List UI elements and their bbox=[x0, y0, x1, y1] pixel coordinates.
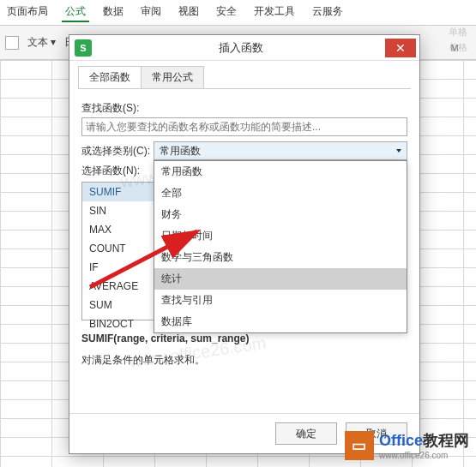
dialog-tabs: 全部函数 常用公式 bbox=[78, 66, 411, 89]
dropdown-item-lookup[interactable]: 查找与引用 bbox=[154, 290, 407, 311]
tab-all-functions[interactable]: 全部函数 bbox=[78, 66, 142, 88]
logo-text-2: 教程网 bbox=[423, 432, 469, 449]
dialog-titlebar[interactable]: S 插入函数 ✕ bbox=[69, 35, 419, 61]
ribbon-tab-cloud[interactable]: 云服务 bbox=[309, 3, 346, 22]
ok-button[interactable]: 确定 bbox=[275, 422, 337, 445]
dialog-title: 插入函数 bbox=[97, 40, 385, 56]
category-dropdown: 常用函数 全部 财务 日期与时间 数学与三角函数 统计 查找与引用 数据库 bbox=[154, 160, 407, 333]
category-combobox[interactable]: 常用函数 常用函数 全部 财务 日期与时间 数学与三角函数 统计 查找与引用 数… bbox=[154, 141, 407, 160]
function-signature: SUMIF(range, criteria, sum_range) bbox=[81, 332, 407, 344]
column-header-m[interactable]: M bbox=[429, 43, 476, 53]
ribbon-tab-formula[interactable]: 公式 bbox=[62, 3, 89, 22]
insert-function-dialog: S 插入函数 ✕ 全部函数 常用公式 查找函数(S): 或选择类别(C): 常用… bbox=[69, 34, 420, 454]
logo-badge-icon: ▭ bbox=[345, 431, 374, 460]
dropdown-item-statistics[interactable]: 统计 bbox=[154, 268, 407, 290]
category-selected-value: 常用函数 bbox=[160, 144, 201, 159]
search-label: 查找函数(S): bbox=[81, 101, 407, 116]
dropdown-item-common[interactable]: 常用函数 bbox=[154, 161, 407, 183]
toolbar-icon-1[interactable] bbox=[5, 36, 19, 50]
ribbon-tab-layout[interactable]: 页面布局 bbox=[3, 3, 51, 22]
ribbon-tab-data[interactable]: 数据 bbox=[99, 3, 127, 22]
toolbar-text-label: 文本 ▾ bbox=[27, 35, 56, 50]
bg-label-1: 单格 bbox=[449, 26, 467, 39]
logo-text-1: Office bbox=[379, 432, 423, 449]
app-icon: S bbox=[75, 39, 92, 57]
ribbon-tab-review[interactable]: 审阅 bbox=[137, 3, 165, 22]
dropdown-item-math[interactable]: 数学与三角函数 bbox=[154, 247, 407, 268]
tab-common-formulas[interactable]: 常用公式 bbox=[141, 66, 204, 88]
ribbon-tab-devtools[interactable]: 开发工具 bbox=[250, 3, 298, 22]
function-summary: 对满足条件的单元格求和。 bbox=[81, 353, 407, 368]
logo-subtitle: www.office26.com bbox=[379, 451, 469, 460]
ribbon-tab-view[interactable]: 视图 bbox=[175, 3, 202, 22]
close-button[interactable]: ✕ bbox=[385, 39, 416, 57]
ribbon-tab-security[interactable]: 安全 bbox=[213, 3, 240, 22]
ribbon-tabs: 页面布局 公式 数据 审阅 视图 安全 开发工具 云服务 bbox=[0, 0, 476, 26]
close-icon: ✕ bbox=[395, 41, 406, 55]
function-description: SUMIF(range, criteria, sum_range) 对满足条件的… bbox=[81, 332, 407, 368]
dropdown-item-finance[interactable]: 财务 bbox=[154, 204, 407, 225]
dropdown-item-all[interactable]: 全部 bbox=[154, 183, 407, 204]
category-label: 或选择类别(C): bbox=[81, 144, 150, 159]
toolbar-text-dropdown[interactable]: 文本 ▾ bbox=[27, 35, 56, 50]
dropdown-item-database[interactable]: 数据库 bbox=[154, 311, 407, 332]
dialog-body: 查找函数(S): 或选择类别(C): 常用函数 常用函数 全部 财务 日期与时间… bbox=[69, 89, 419, 413]
chevron-down-icon bbox=[396, 149, 401, 153]
dropdown-item-datetime[interactable]: 日期与时间 bbox=[154, 225, 407, 247]
search-input[interactable] bbox=[81, 117, 407, 136]
site-logo: ▭ Office教程网 www.office26.com bbox=[345, 430, 469, 460]
